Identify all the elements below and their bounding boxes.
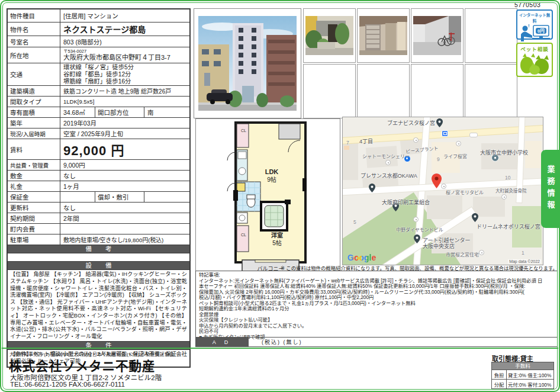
equipment-text: 【位置】 角部屋 【キッチン】 給湯器(電気)・IHクッキングヒーター・システム…	[8, 270, 189, 341]
field-label: 物件名	[8, 23, 60, 36]
field-value: 9,000円	[60, 160, 189, 170]
table-row: 契約期間2年間	[8, 213, 189, 224]
table-row: 敷金なし	[8, 171, 189, 181]
rent-value: 92,000 円	[60, 139, 189, 159]
remarks-header: 備 考	[8, 245, 189, 253]
field-value: なし	[60, 203, 189, 213]
table-row: 共益費・管理費9,000円	[8, 160, 189, 171]
map-label: 5	[353, 219, 356, 225]
field-label: 物件種目	[8, 9, 60, 22]
ldk-label: LDK	[265, 168, 279, 175]
table-row: 礼金1ヶ月	[8, 181, 189, 192]
map-pin	[414, 234, 420, 243]
map-label: プレサンス水都OKAWA	[361, 172, 417, 179]
field-value: 2年間	[60, 213, 189, 223]
section-header-row: 設 備	[8, 262, 189, 270]
map-label: 4丁目	[359, 137, 373, 145]
map-poi-pin	[385, 160, 391, 165]
fee-value: 元付:0% 客付:100%	[507, 380, 553, 388]
exterior-photo-image	[198, 16, 297, 111]
map-label: 1	[522, 250, 524, 256]
free-internet-badge: インターネット無料 ! 0円	[516, 9, 553, 40]
map-label: 7	[346, 140, 349, 146]
field-value	[144, 192, 189, 202]
map-label: ブエナビスタ桜ノ宮	[387, 119, 435, 127]
map-label: 9	[437, 156, 440, 162]
postal-code: 〒534-0027	[63, 49, 170, 54]
field-label: 敷金	[8, 171, 60, 181]
map-label: 桜ノ宮モリタビル	[446, 189, 484, 195]
fee-table-header: 手数料	[492, 362, 553, 370]
station-icon	[442, 130, 448, 137]
field-value: 34.68㎡	[60, 107, 95, 117]
empty-photo-slot	[303, 64, 356, 118]
table-row: 号室名803 (8階部分)	[8, 36, 189, 47]
closet-label: CL	[241, 233, 246, 237]
table-row: 専有面積 34.68㎡ 開口部方位 南	[8, 107, 189, 118]
google-logo: Google	[347, 253, 376, 262]
floor-plan-drawing: CL CL バルコニー LDK 9帖 洋室	[196, 119, 339, 281]
table-row: 賃料92,000 円	[8, 139, 189, 160]
map-poi-pin	[413, 137, 419, 143]
note-line: インターネット:光インターネット無料(ファイバーゲート)・webサービス広告掲載…	[199, 278, 554, 284]
table-row: 町内会費	[8, 224, 189, 234]
tab-business-info[interactable]: 業務情報	[541, 150, 560, 228]
pet-consult-badge: ペット相談	[516, 43, 553, 77]
field-value: 2019年03月	[60, 118, 189, 128]
exterior-photo	[194, 8, 301, 118]
bus-stop-icon	[469, 133, 478, 137]
note-line: 保険要加入 火災保険 2年契約 16,000円・カギ交換費用:33,000円(税…	[199, 290, 554, 295]
field-label: 保証金	[8, 192, 60, 202]
map-poi-pin	[501, 194, 507, 200]
table-row: 駐車場敷地内駐車場/空きなし/19,800円(税込)	[8, 234, 189, 245]
address-text: 大阪府大阪市都島区中野町４丁目3-7	[63, 54, 170, 62]
map-label: ドリームネオポリス桜ノ宮	[477, 223, 540, 230]
field-value: 鉄筋コンクリート造 地上9階 総戸数26戸	[60, 86, 189, 96]
table-row: 築年2019年03月	[8, 118, 189, 128]
map-label: 大町鍼灸接骨院	[495, 187, 527, 194]
field-label: 更新料	[8, 203, 60, 213]
ldk-size-label: 9帖	[267, 176, 276, 183]
dogs-icon	[518, 52, 551, 75]
property-location-pin	[432, 173, 442, 188]
room-size-label: 5帖	[272, 239, 282, 246]
map-poi-pin	[479, 250, 484, 255]
transit-line: 堺筋線「扇町」徒歩16分	[63, 78, 134, 85]
note-line: ペット飼育相談可(小型犬に限る2匹まで・礼金1ヵ月プラス・月/1匹3,000円)…	[199, 301, 554, 307]
field-label: 償却・敷引	[95, 192, 144, 202]
remarks-text	[8, 253, 189, 261]
map-label: ライフ桜宮	[443, 153, 467, 159]
pet-consult-label: ペット相談	[517, 45, 552, 52]
fee-table: 手数料 負担貸主:0% 借主:100% 分配元付:0% 客付:100%	[491, 362, 554, 389]
section-header-row: 条 件	[8, 342, 189, 350]
table-row: 建築構造鉄筋コンクリート造 地上9階 総戸数26戸	[8, 86, 189, 97]
ad-label: A D	[196, 338, 249, 346]
transit-line: 環状線「桜ノ宮」徒歩5分	[63, 64, 134, 71]
bicycle-parking-photo-image	[413, 16, 461, 55]
zero-yen-label: 0円	[538, 28, 545, 34]
equipment-header: 設 備	[8, 262, 189, 269]
empty-photo-slot	[357, 64, 410, 118]
map-pin	[369, 184, 375, 192]
fee-label: 負担	[492, 370, 507, 379]
note-line: 特記事項:	[199, 272, 554, 278]
transit-cell: 環状線「桜ノ宮」徒歩5分谷町線「都島」徒歩12分堺筋線「扇町」徒歩16分	[60, 63, 189, 85]
ad-row: A D (税込) (無し)	[196, 337, 557, 346]
field-value: なし	[60, 171, 189, 181]
table-row: 現況/入居時期空室 / 2025年9月上旬	[8, 128, 189, 139]
map-label: 市営桜之宮住宅	[446, 251, 479, 258]
map-label: 大阪府印刷工業組合	[382, 198, 430, 206]
footer-divider	[2, 348, 558, 349]
note-line: 全館禁煙	[199, 312, 554, 318]
field-label: 専有面積	[8, 107, 60, 117]
field-label: 開口部方位	[95, 107, 144, 117]
special-notes-box: 特記事項: インターネット:光インターネット無料(ファイバーゲート)・webサー…	[195, 271, 558, 347]
field-value: 1ヶ月	[60, 181, 189, 191]
map-pin	[436, 118, 443, 127]
table-row: 物件名ネクストステージ都島	[8, 23, 189, 36]
map-label: シャトーモンシェリー	[362, 153, 410, 159]
field-label: 築年	[8, 118, 60, 128]
fee-row: 分配元付:0% 客付:100%	[492, 380, 553, 388]
map-building	[427, 195, 462, 219]
table-row: 間取タイプ1LDK[9.5x5]	[8, 97, 189, 107]
